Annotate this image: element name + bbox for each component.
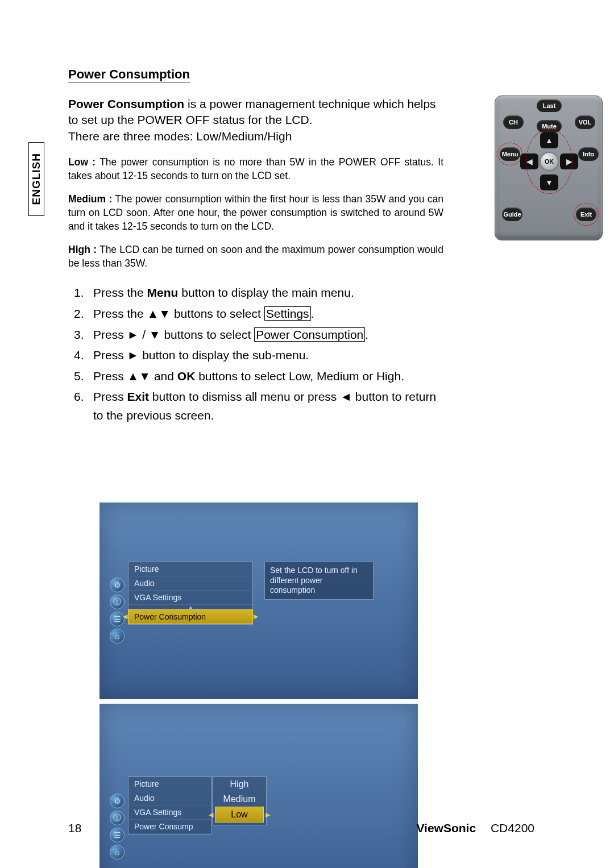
- footer-model: CD4200: [491, 821, 534, 834]
- mode-medium: Medium : The power consumption within th…: [68, 193, 443, 233]
- osd2-item-picture: Picture: [128, 777, 211, 791]
- osd2-item-audio: Audio: [128, 791, 211, 805]
- dashed-highlight-menu: [497, 143, 522, 165]
- section-title: Power Consumption: [68, 67, 190, 82]
- step-4: 4. Press ► button to display the sub-men…: [74, 346, 438, 365]
- intro-modes: There are three modes: Low/Medium/High: [68, 130, 292, 143]
- step-3: 3. Press ► / ▼ buttons to select Power C…: [74, 326, 438, 344]
- osd2-opt-medium: Medium: [213, 792, 266, 807]
- intro-bold: Power Consumption: [68, 97, 184, 110]
- osd2-opt-high: High: [213, 777, 266, 792]
- osd-tooltip: Set the LCD to turn off in different pow…: [264, 562, 374, 600]
- language-label: ENGLISH: [30, 153, 43, 205]
- remote-ch-button: CH: [503, 115, 524, 129]
- main-content: Power Consumption Power Consumption is a…: [68, 67, 443, 427]
- osd-icon-lock: ⌂: [110, 629, 125, 643]
- osd2-opt-low: Low: [215, 807, 264, 823]
- language-tab: ENGLISH: [28, 142, 44, 216]
- intro-paragraph: Power Consumption is a power management …: [68, 96, 443, 144]
- step-6: 6. Press Exit button to dismiss all menu…: [74, 388, 438, 425]
- remote-last-button: Last: [537, 99, 562, 112]
- mode-high: High : The LCD can be turned on soon and…: [68, 243, 443, 270]
- osd-sidebar-icons: ⚙ ⓘ ☰ ⌂: [110, 578, 125, 643]
- osd-icon-settings: ⚙: [110, 578, 125, 592]
- page-number: 18: [68, 821, 81, 835]
- step-5: 5. Press ▲▼ and OK buttons to select Low…: [74, 367, 438, 386]
- osd-item-audio: Audio: [128, 576, 252, 591]
- step-1: 1. Press the Menu button to display the …: [74, 284, 438, 302]
- osd-screen-1: ⚙ ⓘ ☰ ⌂ Picture Audio VGA Settings ▴ Pow…: [99, 502, 418, 699]
- remote-info-button: Info: [578, 147, 599, 161]
- osd-icon-settings: ⚙: [110, 794, 125, 808]
- dashed-highlight-dpad: [526, 129, 572, 194]
- osd2-submenu: High Medium Low: [212, 776, 267, 825]
- page-footer: 18 ViewSonic CD4200: [68, 821, 534, 835]
- instruction-steps: 1. Press the Menu button to display the …: [74, 284, 438, 425]
- osd-screenshots: ⚙ ⓘ ☰ ⌂ Picture Audio VGA Settings ▴ Pow…: [99, 502, 418, 868]
- osd-icon-lock: ⌂: [110, 845, 125, 859]
- osd-icon-info: ⓘ: [110, 595, 125, 609]
- osd-item-power-consumption: Power Consumption: [128, 609, 253, 624]
- osd-screen-2: ⚙ ⓘ ☰ ⌂ Picture Audio VGA Settings Power…: [99, 704, 418, 868]
- step-2: 2. Press the ▲▼ buttons to select Settin…: [74, 305, 438, 323]
- dashed-highlight-exit: [574, 203, 599, 226]
- mode-descriptions: Low : The power consumption is no more t…: [68, 156, 443, 270]
- remote-control-image: Last CH VOL Mute Menu Info ▲ ◀ ▶ ▼ OK Gu…: [495, 95, 603, 240]
- remote-guide-button: Guide: [502, 207, 522, 221]
- remote-vol-button: VOL: [575, 115, 595, 129]
- osd-item-picture: Picture: [128, 562, 252, 576]
- osd-item-vga: VGA Settings: [128, 591, 252, 605]
- osd-menu-list: Picture Audio VGA Settings ▴ Power Consu…: [128, 562, 253, 625]
- mode-low: Low : The power consumption is no more t…: [68, 156, 443, 182]
- osd2-item-vga: VGA Settings: [128, 805, 211, 820]
- footer-brand: ViewSonic: [416, 821, 476, 834]
